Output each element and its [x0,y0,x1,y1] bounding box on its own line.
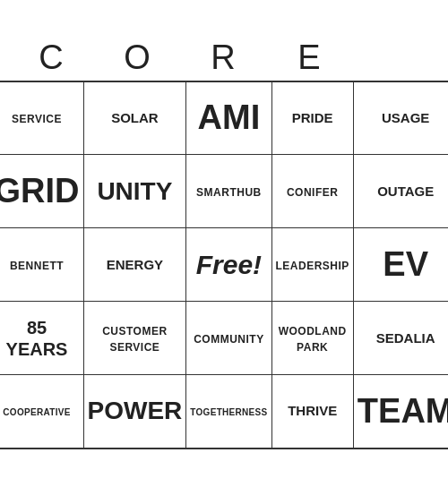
cell-r4-c0: COOPERATIVE [0,375,83,449]
cell-r0-c1: SOLAR [83,81,186,155]
cell-r2-c3: LEADERSHIP [271,228,353,302]
header-c: C [9,38,95,77]
header-o: O [95,38,181,77]
cell-r1-c4: OUTAGE [353,155,448,228]
cell-r3-c2: COMMUNITY [186,302,271,375]
cell-r2-c1: ENERGY [83,228,186,302]
cell-r4-c3: THRIVE [271,375,353,449]
bingo-card: C O R E SERVICESOLARAMIPRIDEUSAGEGRIDUNI… [9,38,439,449]
cell-r4-c1: POWER [83,375,186,449]
cell-r0-c2: AMI [186,81,271,155]
cell-r0-c0: SERVICE [0,81,83,155]
cell-r3-c3: WOODLAND PARK [271,302,353,375]
cell-r3-c4: SEDALIA [353,302,448,375]
cell-r1-c2: SMARTHUB [186,155,271,228]
cell-r0-c4: USAGE [353,81,448,155]
cell-r0-c3: PRIDE [271,81,353,155]
cell-r3-c0: 85 YEARS [0,302,83,375]
cell-r1-c3: CONIFER [271,155,353,228]
bingo-header: C O R E [9,38,439,77]
cell-r2-c2: Free! [186,228,271,302]
cell-r2-c0: BENNETT [0,228,83,302]
cell-r4-c4: TEAM [353,375,448,449]
header-r: R [181,38,267,77]
bingo-grid: SERVICESOLARAMIPRIDEUSAGEGRIDUNITYSMARTH… [0,81,448,449]
cell-r4-c2: TOGETHERNESS [186,375,271,449]
cell-r1-c1: UNITY [83,155,186,228]
header-e: E [267,38,353,77]
cell-r3-c1: CUSTOMER SERVICE [83,302,186,375]
header-blank [353,38,439,77]
cell-r1-c0: GRID [0,155,83,228]
cell-r2-c4: EV [353,228,448,302]
